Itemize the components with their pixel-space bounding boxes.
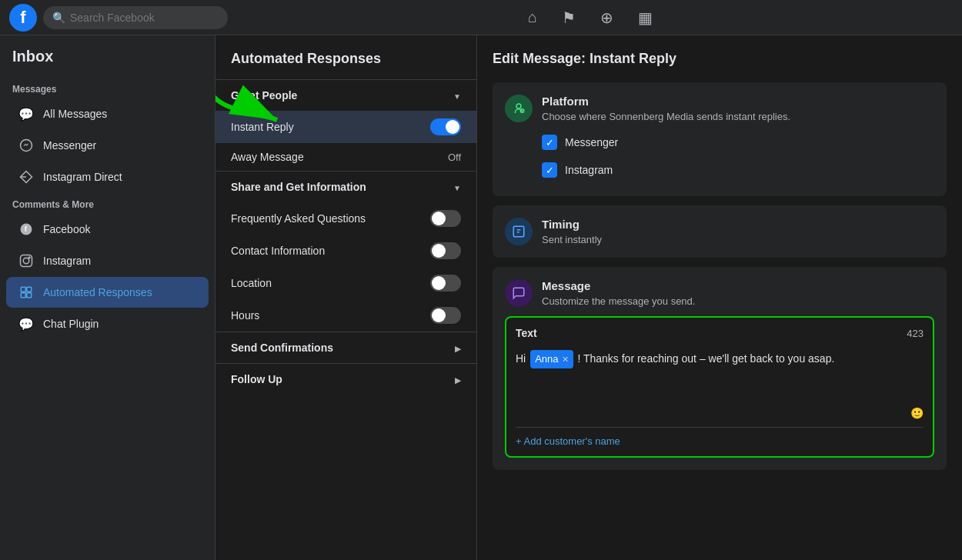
sidebar-item-label: Messenger: [43, 139, 96, 152]
svg-rect-11: [27, 293, 32, 298]
message-card-header: Message Customize the message you send.: [505, 279, 934, 307]
platform-subtitle: Choose where Sonnenberg Media sends inst…: [542, 111, 790, 122]
location-toggle[interactable]: [430, 275, 461, 292]
messenger-checkbox-row[interactable]: ✓ Messenger: [542, 128, 934, 156]
facebook-icon: f: [18, 222, 34, 237]
platform-checkboxes: ✓ Messenger ✓ Instagram: [505, 128, 934, 184]
people-icon[interactable]: ⊕: [600, 8, 613, 27]
sidebar-item-chat-plugin[interactable]: 💬 Chat Plugin: [6, 308, 209, 339]
middle-panel-title: Automated Responses: [215, 35, 476, 79]
faq-item[interactable]: Frequently Asked Questions: [215, 202, 476, 235]
name-tag[interactable]: Anna ✕: [530, 350, 573, 368]
home-icon[interactable]: ⌂: [528, 8, 537, 26]
message-card-info: Message Customize the message you send.: [542, 279, 695, 307]
platform-card: Platform Choose where Sonnenberg Media s…: [493, 82, 947, 196]
timing-title: Timing: [542, 218, 602, 231]
sidebar-item-label: Automated Responses: [43, 286, 152, 298]
page-title: Inbox: [0, 48, 215, 78]
instagram-icon: [18, 253, 34, 268]
message-text-box: Text 423 Hi Anna ✕ ! Thanks for reaching…: [505, 316, 934, 458]
faq-label: Frequently Asked Questions: [231, 212, 366, 225]
contact-toggle[interactable]: [430, 242, 461, 259]
svg-rect-9: [27, 287, 32, 292]
message-title: Message: [542, 279, 695, 292]
sidebar-item-label: Instagram Direct: [43, 171, 122, 183]
search-icon: 🔍: [52, 12, 65, 24]
hours-toggle[interactable]: [430, 307, 461, 324]
location-label: Location: [231, 277, 272, 289]
chat-plugin-icon: 💬: [18, 316, 34, 332]
sidebar-item-label: Chat Plugin: [43, 318, 99, 330]
messages-section-label: Messages: [0, 78, 215, 98]
search-input[interactable]: [70, 12, 219, 24]
timing-icon: [505, 218, 533, 245]
timing-card-header: Timing Sent instantly: [505, 218, 934, 245]
instagram-direct-icon: [18, 169, 34, 185]
platform-title: Platform: [542, 95, 790, 108]
layout-icon[interactable]: ▦: [638, 8, 653, 27]
svg-point-13: [516, 104, 521, 108]
hours-label: Hours: [231, 309, 259, 322]
all-messages-icon: 💬: [18, 106, 34, 122]
sidebar-item-messenger[interactable]: Messenger: [6, 130, 209, 161]
name-tag-text: Anna: [535, 352, 558, 367]
instagram-checkbox-label: Instagram: [565, 164, 613, 176]
sidebar-item-automated-responses[interactable]: Automated Responses: [6, 277, 209, 308]
timing-card-info: Timing Sent instantly: [542, 218, 602, 245]
hours-item[interactable]: Hours: [215, 299, 476, 332]
sidebar-item-all-messages[interactable]: 💬 All Messages: [6, 98, 209, 129]
green-arrow: [215, 74, 292, 138]
char-count: 423: [907, 328, 924, 339]
faq-toggle[interactable]: [430, 210, 461, 227]
search-bar[interactable]: 🔍: [43, 6, 228, 29]
svg-rect-8: [21, 287, 25, 292]
nav-icons: ⌂ ⚑ ⊕ ▦: [528, 8, 653, 27]
messenger-checkbox[interactable]: ✓: [542, 135, 557, 150]
follow-up-label: Follow Up: [231, 373, 282, 385]
section-send-confirmations[interactable]: Send Confirmations: [215, 332, 476, 363]
chevron-down-icon-2: [453, 181, 461, 193]
svg-point-6: [23, 258, 29, 264]
instagram-checkbox-row[interactable]: ✓ Instagram: [542, 156, 934, 184]
left-sidebar: Inbox Messages 💬 All Messages Messenger …: [0, 35, 215, 560]
right-panel: Edit Message: Instant Reply Platform Cho…: [477, 35, 962, 560]
svg-point-7: [28, 257, 30, 258]
chevron-down-icon: [453, 89, 461, 102]
platform-icon: [505, 95, 533, 122]
chevron-right-icon: [455, 342, 461, 354]
contact-info-label: Contact Information: [231, 245, 325, 257]
send-confirmations-label: Send Confirmations: [231, 342, 333, 354]
sidebar-item-instagram[interactable]: Instagram: [6, 245, 209, 276]
message-prefix: Hi: [516, 352, 526, 365]
sidebar-item-instagram-direct[interactable]: Instagram Direct: [6, 162, 209, 192]
section-share-get-info[interactable]: Share and Get Information: [215, 171, 476, 202]
contact-info-item[interactable]: Contact Information: [215, 235, 476, 267]
messenger-icon: [18, 138, 34, 153]
fb-logo: f: [9, 4, 37, 32]
svg-rect-10: [21, 293, 25, 298]
location-item[interactable]: Location: [215, 267, 476, 299]
section-follow-up[interactable]: Follow Up: [215, 363, 476, 395]
timing-card: Timing Sent instantly: [493, 205, 947, 258]
platform-card-info: Platform Choose where Sonnenberg Media s…: [542, 95, 790, 122]
add-customer-name[interactable]: + Add customer's name: [516, 427, 924, 447]
away-message-item[interactable]: Away Message Off: [215, 143, 476, 171]
instagram-checkbox[interactable]: ✓: [542, 162, 557, 178]
sidebar-item-facebook[interactable]: f Facebook: [6, 214, 209, 245]
sidebar-item-label: All Messages: [43, 108, 107, 120]
message-suffix: ! Thanks for reaching out – we'll get ba…: [577, 352, 834, 365]
sidebar-item-label: Facebook: [43, 223, 90, 235]
message-content[interactable]: Hi Anna ✕ ! Thanks for reaching out – we…: [516, 347, 924, 401]
middle-panel: Automated Responses Greet People Instant…: [215, 35, 477, 560]
flag-icon[interactable]: ⚑: [562, 8, 576, 27]
name-tag-remove[interactable]: ✕: [562, 353, 569, 366]
text-label: Text: [516, 327, 537, 339]
instant-reply-toggle[interactable]: [430, 118, 461, 135]
top-nav: f 🔍 ⌂ ⚑ ⊕ ▦: [0, 0, 962, 35]
away-message-status: Off: [448, 152, 461, 163]
edit-title: Edit Message: Instant Reply: [493, 51, 947, 67]
emoji-picker[interactable]: 🙂: [516, 407, 924, 419]
chevron-right-icon-2: [455, 373, 461, 385]
messenger-checkbox-label: Messenger: [565, 136, 618, 148]
automated-responses-icon: [18, 285, 34, 300]
